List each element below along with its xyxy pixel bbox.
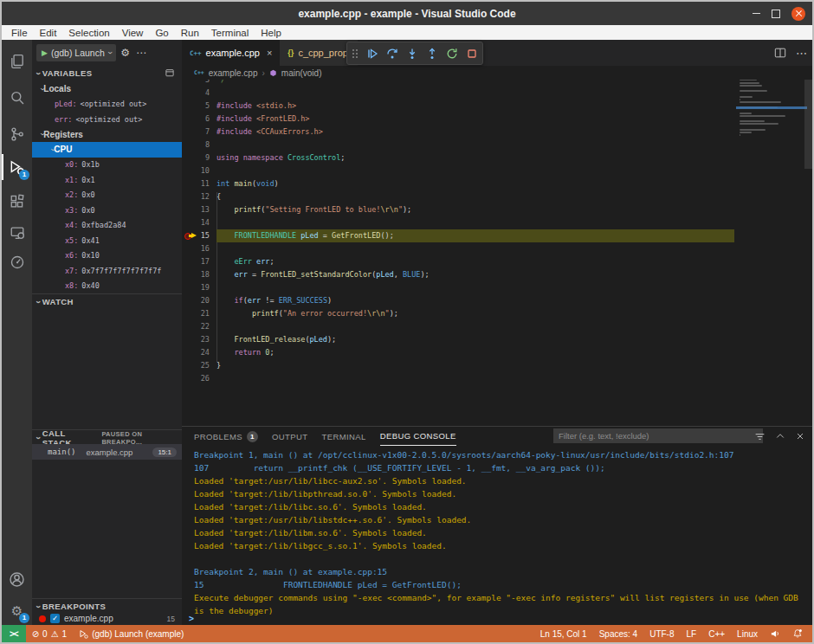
restart-icon[interactable] [446,48,458,60]
close-icon[interactable] [791,7,805,21]
code-line[interactable]: 22 [182,320,734,333]
line-number[interactable]: 25 [182,359,216,372]
line-number[interactable]: 16 [182,242,216,255]
gauge-icon[interactable] [2,249,32,275]
launch-configuration-dropdown[interactable]: ▶ (gdb) Launch › [36,44,116,61]
line-number[interactable]: 12 [182,190,216,203]
variable-row[interactable]: pLed:<optimized out> [32,97,182,113]
menu-go[interactable]: Go [149,28,174,38]
step-over-icon[interactable] [386,48,398,60]
line-number[interactable]: 6 [182,113,216,126]
configure-gear-icon[interactable]: ⚙ [120,47,130,60]
code-editor[interactable]: 3*/45#include <stdio.h>6#include <FrontL… [182,74,734,385]
code-line[interactable]: 17 eErr err; [182,255,734,268]
filter-icon[interactable] [754,431,766,442]
line-number[interactable]: 23 [182,333,216,346]
menu-terminal[interactable]: Terminal [205,28,255,38]
minimap[interactable] [736,74,804,221]
scope-locals[interactable]: ›Locals [32,81,182,97]
line-number[interactable]: 9 [182,151,216,164]
breadcrumb-file[interactable]: example.cpp [209,68,258,78]
notifications-bell-icon[interactable] [786,625,809,642]
menu-help[interactable]: Help [255,28,287,38]
encoding-indicator[interactable]: UTF-8 [643,625,680,642]
menu-view[interactable]: View [116,28,150,38]
continue-icon[interactable] [366,48,378,60]
tab-example-cpp[interactable]: C++ example.cpp × [182,40,280,66]
language-indicator[interactable]: C++ [702,625,731,642]
start-debug-icon[interactable]: ▶ [42,48,48,57]
code-line[interactable]: 12{ [182,190,734,203]
maximize-panel-icon[interactable] [775,431,785,441]
scope-registers[interactable]: ›Registers [32,127,182,143]
line-number[interactable]: 22 [182,320,216,333]
feedback-icon[interactable] [764,625,786,642]
register-row[interactable]: x6:0x10 [32,248,182,264]
register-row[interactable]: x5:0x41 [32,233,182,248]
tab-output[interactable]: OUTPUT [272,428,307,446]
debug-status[interactable]: (gdb) Launch (example) [73,625,190,642]
line-number[interactable]: 20 [182,294,216,307]
line-number[interactable]: 10 [182,164,216,177]
code-line[interactable]: 21 printf("An error occurred!\r\n"); [182,307,734,320]
menu-edit[interactable]: Edit [34,28,63,38]
source-control-icon[interactable] [2,121,32,147]
code-line[interactable]: 6#include <FrontLED.h> [182,113,734,126]
close-tab-icon[interactable]: × [267,48,272,58]
indentation-indicator[interactable]: Spaces: 4 [593,625,643,642]
run-and-debug-icon[interactable]: 1 [2,154,32,180]
search-icon[interactable] [2,85,32,111]
tab-problems[interactable]: PROBLEMS 1 [194,428,258,446]
remote-explorer-icon[interactable] [2,220,32,246]
code-line[interactable]: 11int main(void) [182,177,734,190]
console-input[interactable]: > [189,612,194,624]
split-editor-icon[interactable] [774,47,786,59]
code-line[interactable]: 13 printf("Setting FrontLED to blue!\r\n… [182,203,734,216]
variables-section-header[interactable]: › VARIABLES [32,66,182,80]
line-number[interactable]: 5 [182,100,216,113]
minimize-icon[interactable] [753,13,760,14]
line-number[interactable]: 13 [182,203,216,216]
watch-section-header[interactable]: › WATCH [32,293,182,309]
code-line[interactable]: 26 [182,372,734,385]
editor-scrollbar[interactable] [804,74,812,169]
code-line[interactable]: 24 return 0; [182,346,734,359]
problems-indicator[interactable]: ⊘ 0 ⚠ 1 [26,625,73,642]
maximize-icon[interactable] [772,10,780,18]
line-number[interactable]: 18 [182,268,216,281]
breakpoint-row[interactable]: ✓ example.cpp 15 [32,612,182,625]
code-line[interactable]: 20 if(err != ERR_SUCCESS) [182,294,734,307]
drag-grip-icon[interactable] [352,48,359,59]
code-line[interactable]: 10 [182,164,734,177]
more-actions-icon[interactable]: ⋯ [136,47,146,59]
code-line[interactable]: 19 [182,281,734,294]
more-actions-icon[interactable]: ⋯ [796,47,807,60]
register-row[interactable]: x0:0x1b [32,158,182,173]
register-row[interactable]: x8:0x40 [32,279,182,294]
register-group-cpu[interactable]: ›CPU [32,142,182,158]
line-number[interactable]: 21 [182,307,216,320]
breakpoint-checkbox[interactable]: ✓ [50,614,60,623]
menu-run[interactable]: Run [175,28,205,38]
variable-row[interactable]: err:<optimized out> [32,112,182,127]
register-row[interactable]: x3:0x0 [32,203,182,218]
cursor-position-indicator[interactable]: Ln 15, Col 1 [534,625,593,642]
register-row[interactable]: x7:0x7f7f7f7f7f7f7f7f [32,263,182,279]
call-stack-section-header[interactable]: › CALL STACK PAUSED ON BREAKPO... [32,429,182,445]
remote-indicator[interactable]: >< [2,625,26,642]
line-number[interactable]: 17 [182,255,216,268]
line-number[interactable]: 11 [182,177,216,190]
code-line[interactable]: 5#include <stdio.h> [182,100,734,113]
code-line[interactable]: 25} [182,359,734,372]
line-number[interactable]: 14 [182,216,216,229]
code-line[interactable]: 7#include <CCAuxErrors.h> [182,126,734,138]
settings-gear-icon[interactable]: ⚙ 1 [2,597,32,623]
line-number[interactable]: 26 [182,372,216,385]
code-line[interactable]: 23 FrontLED_release(pLed); [182,333,734,346]
code-line[interactable]: 16 [182,242,734,255]
code-line[interactable]: 15 FRONTLEDHANDLE pLed = GetFrontLED(); [182,229,734,242]
stack-frame-row[interactable]: main() example.cpp 15:1 [32,444,182,460]
tab-debug-console[interactable]: DEBUG CONSOLE [380,428,456,446]
menu-file[interactable]: File [5,28,34,38]
line-number[interactable]: 7 [182,126,216,138]
